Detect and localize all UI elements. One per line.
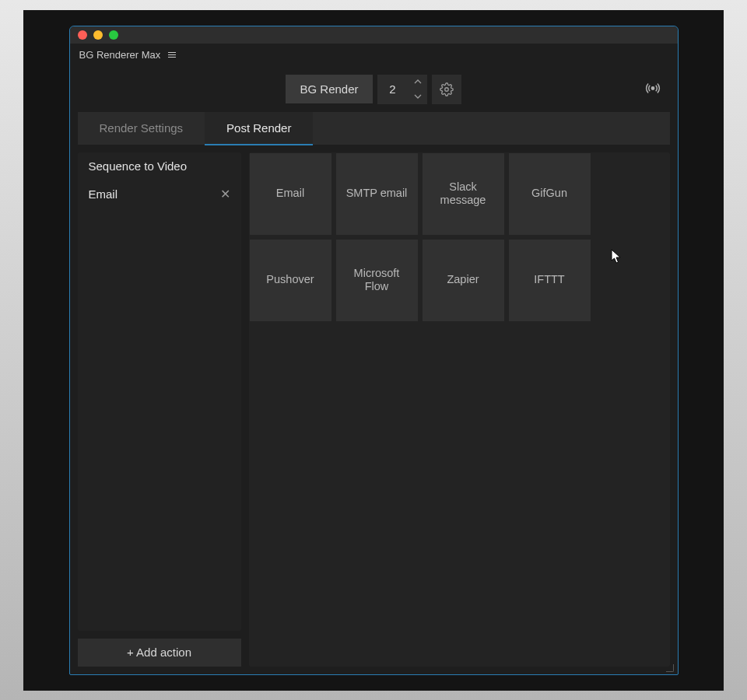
tile-microsoft-flow[interactable]: Microsoft Flow xyxy=(336,240,418,321)
actions-sidebar: Sequence to Video Email ✕ + Add action xyxy=(78,152,241,667)
action-label: Sequence to Video xyxy=(89,159,188,173)
tab-render-settings[interactable]: Render Settings xyxy=(78,112,205,145)
tile-ifttt[interactable]: IFTTT xyxy=(509,240,591,321)
gear-icon xyxy=(440,82,454,96)
instances-stepper: 2 xyxy=(377,75,427,104)
broadcast-button[interactable] xyxy=(645,80,661,98)
add-action-button[interactable]: + Add action xyxy=(78,639,241,667)
tabs: Render Settings Post Render xyxy=(78,112,670,145)
outer-frame: BG Renderer Max BG Render 2 xyxy=(23,10,724,691)
close-window-icon[interactable] xyxy=(78,30,87,40)
content-area: Sequence to Video Email ✕ + Add action E… xyxy=(70,145,678,674)
titlebar xyxy=(70,26,678,44)
svg-point-1 xyxy=(651,86,654,89)
svg-point-0 xyxy=(444,87,448,91)
tile-gifgun[interactable]: GifGun xyxy=(509,153,591,235)
menubar: BG Renderer Max xyxy=(70,44,678,67)
instances-decrement[interactable] xyxy=(409,89,427,104)
action-item-sequence-to-video[interactable]: Sequence to Video xyxy=(78,152,241,180)
tile-zapier[interactable]: Zapier xyxy=(423,240,504,321)
action-item-email[interactable]: Email ✕ xyxy=(78,180,241,208)
topbar: BG Render 2 xyxy=(70,67,678,112)
remove-action-icon[interactable]: ✕ xyxy=(220,187,230,201)
action-tiles: Email SMTP email Slack message GifGun Pu… xyxy=(250,153,669,321)
actions-list: Sequence to Video Email ✕ xyxy=(78,152,241,631)
action-picker: Email SMTP email Slack message GifGun Pu… xyxy=(249,152,670,667)
tile-email[interactable]: Email xyxy=(250,153,331,235)
render-button[interactable]: BG Render xyxy=(286,75,372,103)
app-title: BG Renderer Max xyxy=(79,49,161,61)
tile-slack-message[interactable]: Slack message xyxy=(423,153,504,235)
action-label: Email xyxy=(89,187,118,201)
app-window: BG Renderer Max BG Render 2 xyxy=(69,26,679,675)
tile-smtp-email[interactable]: SMTP email xyxy=(336,153,418,235)
tile-pushover[interactable]: Pushover xyxy=(250,240,331,321)
menu-icon[interactable] xyxy=(168,52,176,58)
settings-button[interactable] xyxy=(432,75,461,104)
broadcast-icon xyxy=(645,80,661,96)
minimize-window-icon[interactable] xyxy=(93,30,103,40)
instances-value: 2 xyxy=(377,82,409,96)
tab-post-render[interactable]: Post Render xyxy=(205,112,313,145)
instances-increment[interactable] xyxy=(409,75,427,89)
resize-handle[interactable] xyxy=(666,664,674,672)
maximize-window-icon[interactable] xyxy=(109,30,118,40)
